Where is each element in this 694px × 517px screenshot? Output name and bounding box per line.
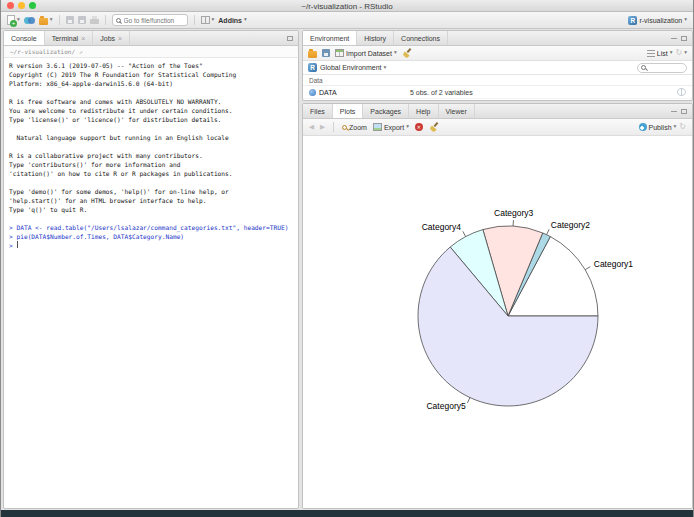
pie-label: Category5 [426,401,465,411]
print-button[interactable] [90,16,99,24]
plots-panel: FilesPlotsPackagesHelpViewer ◀ ▶ Zoom Ex… [302,103,693,509]
save-button[interactable] [66,16,74,24]
chevron-down-icon[interactable]: ▾ [17,17,20,23]
tab-history[interactable]: History [357,31,394,45]
r-environment-icon: R [308,63,317,72]
main-toolbar: ▾ ▾ ▾ Addins ▾ R r-visualization ▾ [1,12,693,29]
chevron-down-icon: ▾ [394,50,397,56]
tab-jobs[interactable]: Jobs× [93,31,130,45]
tab-close-icon[interactable]: × [81,35,85,42]
tab-close-icon[interactable]: × [118,35,122,42]
clear-workspace-button[interactable] [402,48,412,58]
open-file-button[interactable]: ▾ [39,16,53,25]
environment-object-list: DATA5 obs. of 2 variables [303,86,692,99]
save-workspace-button[interactable] [322,49,330,57]
toolbar-separator [59,15,60,25]
tab-terminal[interactable]: Terminal× [45,31,94,45]
open-folder-icon [308,51,317,58]
tab-label: Files [310,108,325,115]
previous-plot-icon[interactable]: ◀ [309,124,314,131]
import-dataset-button[interactable]: Import Dataset ▾ [335,49,397,57]
environment-panel-controls [671,31,687,45]
pane-layout-button[interactable]: ▾ [201,16,215,24]
environment-object-row[interactable]: DATA5 obs. of 2 variables [303,86,692,99]
tab-connections[interactable]: Connections [394,31,448,45]
scope-label: Global Environment [320,64,381,71]
console-output-text: R version 3.6.1 (2019-07-05) -- "Action … [9,62,236,213]
console-body[interactable]: R version 3.6.1 (2019-07-05) -- "Action … [4,58,298,253]
maximize-panel-icon[interactable] [287,36,293,41]
tab-packages[interactable]: Packages [363,104,409,118]
bottom-strip [1,510,693,517]
plots-panel-controls [671,104,687,118]
load-workspace-button[interactable] [308,49,317,58]
list-view-icon [647,50,655,57]
environment-scope-selector[interactable]: Global Environment ▾ [320,64,386,71]
tab-label: Environment [310,35,349,42]
maximize-panel-icon[interactable] [681,36,687,41]
environment-section-header: Data [303,75,692,86]
toolbar-separator [333,122,334,132]
next-plot-icon[interactable]: ▶ [320,124,325,131]
console-tabbar: ConsoleTerminal×Jobs× [4,31,298,46]
export-label: Export [384,124,404,131]
tab-files[interactable]: Files [303,104,333,118]
plot-area: Category1Category2Category3Category4Cate… [303,136,692,509]
tab-plots[interactable]: Plots [333,104,364,118]
refresh-environment-button[interactable]: ↻ ▾ [676,49,687,57]
new-file-button[interactable]: ▾ [7,15,20,25]
goto-file-input[interactable] [124,17,184,24]
maximize-panel-icon[interactable] [681,109,687,114]
environment-search-box[interactable] [637,63,687,73]
view-data-icon[interactable] [677,88,686,96]
console-text: R version 3.6.1 (2019-07-05) -- "Action … [9,61,293,250]
tab-viewer[interactable]: Viewer [439,104,475,118]
publish-label: Publish [649,124,672,131]
console-command: > DATA <- read.table("/Users/lsalazar/co… [9,224,288,231]
pie-label: Category2 [551,220,590,230]
print-icon [90,19,99,24]
tab-label: Packages [370,108,401,115]
remove-plot-icon: ✕ [415,123,423,131]
export-plot-button[interactable]: Export ▾ [373,123,409,131]
tab-console[interactable]: Console [4,31,45,45]
plots-tabbar: FilesPlotsPackagesHelpViewer [303,104,692,119]
console-prompt: > [9,242,16,249]
tab-environment[interactable]: Environment [303,31,357,45]
publish-plot-button[interactable]: Publish ▾ [639,123,677,131]
minimize-panel-icon[interactable] [671,38,677,39]
environment-panel: EnvironmentHistoryConnections Import Dat… [302,30,693,101]
popout-icon[interactable]: ⇗ [79,48,83,55]
save-all-icon [78,16,86,24]
remove-plot-button[interactable]: ✕ [415,123,423,131]
export-image-icon [373,123,382,131]
chevron-down-icon: ▾ [684,50,687,56]
chevron-down-icon[interactable]: ▾ [50,17,53,23]
console-cursor[interactable] [17,241,18,248]
search-icon [641,65,646,70]
chevron-down-icon: ▾ [684,17,687,23]
minimize-panel-icon[interactable] [671,111,677,112]
toolbar-separator [194,15,195,25]
goto-file-box[interactable] [112,14,188,26]
save-all-button[interactable] [78,16,86,24]
tab-label: Console [11,35,37,42]
display-mode-button[interactable]: List ▾ [647,50,673,57]
clear-plots-button[interactable] [429,122,439,132]
addins-button[interactable]: Addins ▾ [218,17,247,24]
zoom-plot-button[interactable]: Zoom [342,124,367,131]
tab-help[interactable]: Help [409,104,438,118]
chevron-down-icon[interactable]: ▾ [212,17,215,23]
console-panel-controls [287,31,293,45]
addins-label: Addins [218,17,242,24]
refresh-plots-icon[interactable]: ↻ [679,123,686,131]
environment-scope-row: R Global Environment ▾ [303,61,692,75]
window-title: ~/r-visualization - RStudio [1,2,693,11]
toolbar-separator [105,15,106,25]
rstudio-window: { "window": { "title": "~/r-visualizatio… [0,0,694,517]
project-menu-button[interactable]: R r-visualization ▾ [628,16,687,25]
object-summary: 5 obs. of 2 variables [410,89,473,96]
environment-search-input[interactable] [648,64,683,71]
new-project-button[interactable] [24,16,35,25]
chevron-down-icon: ▾ [406,124,409,130]
